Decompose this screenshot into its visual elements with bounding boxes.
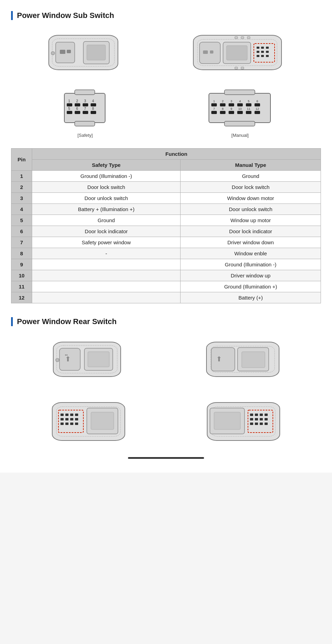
safety-cell: Ground (Illumination -) <box>32 171 181 182</box>
svg-rect-110 <box>250 414 253 416</box>
svg-rect-101 <box>61 423 64 425</box>
section2-title: Power Window Rear Switch <box>11 317 321 326</box>
table-row: 6Door lock indicatorDoor lock indicator <box>11 226 321 237</box>
svg-rect-119 <box>255 423 258 425</box>
svg-rect-118 <box>250 423 253 425</box>
svg-point-83 <box>56 358 59 362</box>
pin-cell: 2 <box>11 182 32 193</box>
svg-rect-19 <box>266 51 269 53</box>
manual-cell: Door lock indicator <box>181 226 321 237</box>
svg-rect-94 <box>65 414 68 416</box>
svg-rect-45 <box>67 111 72 114</box>
pin-cell: 8 <box>11 248 32 259</box>
safety-cell: Battery + (Illumination +) <box>32 204 181 215</box>
table-row: 10Driver window up <box>11 270 321 281</box>
switch-top-left-diagram <box>45 28 121 77</box>
svg-rect-4 <box>67 50 71 53</box>
svg-rect-82 <box>88 352 109 367</box>
table-row: 2Door lock switchDoor lock switch <box>11 182 321 193</box>
table-row: 8-Window enble <box>11 248 321 259</box>
svg-rect-100 <box>75 418 78 420</box>
table-row: 4Battery + (Illumination +)Door unlock s… <box>11 204 321 215</box>
rear-connector-right <box>204 395 283 450</box>
svg-rect-29 <box>241 67 244 69</box>
manual-cell: Window up motor <box>181 215 321 226</box>
svg-rect-18 <box>261 51 264 53</box>
svg-rect-73 <box>237 111 243 114</box>
rear-switch-left: ⬆ ▪▪ <box>50 334 126 385</box>
svg-rect-28 <box>235 67 238 69</box>
svg-rect-11 <box>241 37 244 39</box>
svg-rect-31 <box>75 90 95 95</box>
safety-cell: Door lock indicator <box>32 226 181 237</box>
svg-rect-61 <box>237 103 243 106</box>
svg-rect-59 <box>220 103 225 106</box>
svg-rect-75 <box>255 111 260 114</box>
svg-rect-25 <box>210 50 213 54</box>
safety-cell: - <box>32 248 181 259</box>
table-header-function: Function <box>32 149 321 160</box>
safety-cell <box>32 270 181 281</box>
svg-rect-71 <box>220 111 225 114</box>
svg-rect-50 <box>224 90 255 95</box>
pin-cell: 7 <box>11 237 32 248</box>
rear-connector-left <box>49 395 128 450</box>
svg-rect-70 <box>211 111 217 114</box>
table-row: 12Battery (+) <box>11 292 321 303</box>
svg-text:7: 7 <box>84 107 86 111</box>
pin-cell: 3 <box>11 193 32 204</box>
svg-text:5: 5 <box>68 107 70 111</box>
svg-text:8: 8 <box>92 107 94 111</box>
manual-label: [Manual] <box>231 133 249 138</box>
pin-cell: 6 <box>11 226 32 237</box>
safety-connector: 1 2 3 4 5 6 7 8 [Safety] <box>57 87 113 138</box>
svg-rect-114 <box>250 418 253 420</box>
svg-text:7: 7 <box>213 107 215 111</box>
svg-rect-113 <box>265 414 268 416</box>
svg-text:1: 1 <box>68 99 70 103</box>
switch-top-right-diagram <box>190 28 287 77</box>
scroll-indicator <box>11 457 321 459</box>
svg-text:1: 1 <box>213 100 215 103</box>
svg-rect-103 <box>70 423 73 425</box>
svg-rect-121 <box>265 423 268 425</box>
svg-rect-27 <box>227 46 247 60</box>
manual-cell: Ground <box>181 171 321 182</box>
pin-cell: 4 <box>11 204 32 215</box>
svg-text:8: 8 <box>222 107 223 111</box>
svg-rect-10 <box>235 37 238 39</box>
manual-connector: 1 2 3 4 5 6 7 8 9 10 11 12 <box>205 87 275 138</box>
svg-rect-20 <box>257 55 259 57</box>
manual-cell: Ground (Illumination -) <box>181 259 321 270</box>
table-row: 3Door unlock switchWindow down motor <box>11 193 321 204</box>
svg-rect-32 <box>75 121 95 126</box>
pin-cell: 12 <box>11 292 32 303</box>
svg-rect-95 <box>70 414 73 416</box>
svg-text:11: 11 <box>247 107 250 111</box>
svg-rect-24 <box>203 50 208 54</box>
svg-text:▪▪: ▪▪ <box>65 353 68 357</box>
svg-rect-47 <box>83 111 88 114</box>
svg-rect-96 <box>75 414 78 416</box>
svg-rect-58 <box>211 103 217 106</box>
svg-rect-15 <box>261 47 264 49</box>
svg-rect-51 <box>224 121 255 126</box>
svg-text:3: 3 <box>230 100 232 103</box>
svg-rect-3 <box>60 50 65 54</box>
top-view-diagrams <box>11 28 321 77</box>
svg-rect-102 <box>65 423 68 425</box>
svg-rect-14 <box>257 47 259 49</box>
svg-text:10: 10 <box>238 107 242 111</box>
svg-rect-63 <box>255 103 260 106</box>
safety-cell: Safety power window <box>32 237 181 248</box>
svg-text:2: 2 <box>76 99 78 103</box>
manual-cell: Door unlock switch <box>181 204 321 215</box>
svg-text:5: 5 <box>248 100 249 103</box>
safety-cell <box>32 281 181 292</box>
svg-text:4: 4 <box>92 99 94 103</box>
svg-rect-74 <box>246 111 251 114</box>
safety-cell: Ground <box>32 215 181 226</box>
svg-rect-115 <box>255 418 258 420</box>
svg-rect-99 <box>70 418 73 420</box>
manual-cell: Driver window down <box>181 237 321 248</box>
